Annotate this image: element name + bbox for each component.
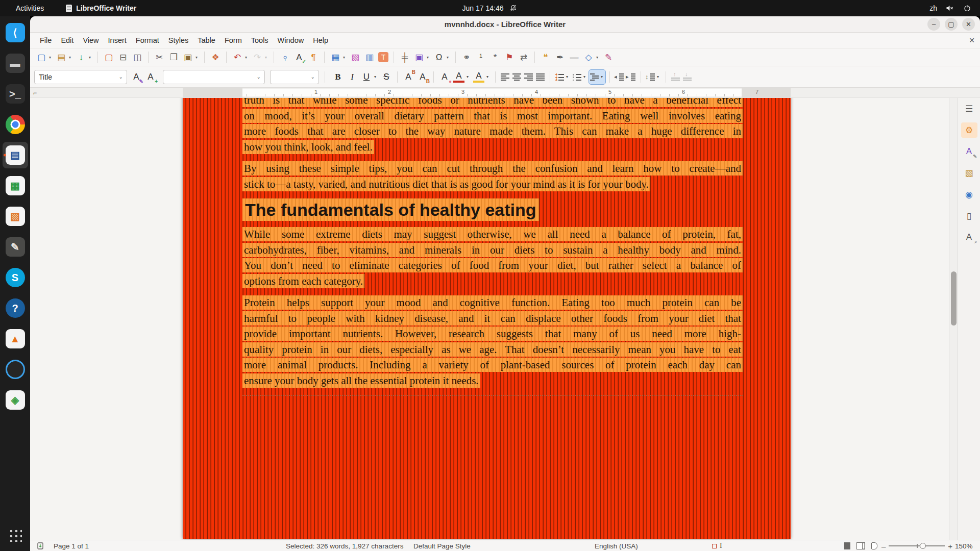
- menu-styles[interactable]: Styles: [164, 34, 193, 46]
- font-size-combo[interactable]: ⌄: [270, 70, 319, 84]
- insert-hyperlink-button[interactable]: ⚭: [460, 50, 473, 64]
- page-style[interactable]: Default Page Style: [413, 540, 471, 551]
- menu-form[interactable]: Form: [220, 34, 247, 46]
- find-replace-button[interactable]: ⌕: [278, 50, 291, 64]
- selected-text[interactable]: quality protein in our diets, especially…: [242, 342, 743, 357]
- insert-table-dropdown[interactable]: ▾: [341, 55, 347, 60]
- line-spacing-button[interactable]: ▾: [645, 70, 662, 84]
- align-right-button[interactable]: [523, 70, 534, 84]
- zoom-level[interactable]: 150%: [955, 540, 973, 551]
- dock-item-vscode[interactable]: ⟨: [3, 19, 28, 46]
- paste-button[interactable]: ▣▾: [181, 50, 200, 64]
- selected-text[interactable]: truth is that while some specific foods …: [242, 98, 743, 107]
- chevron-down-icon[interactable]: ⌄: [307, 74, 318, 80]
- selected-text[interactable]: options from each category.: [242, 274, 364, 288]
- book-view-button[interactable]: [871, 542, 877, 549]
- font-color-button[interactable]: A▾: [452, 70, 471, 84]
- redo-dropdown[interactable]: ▾: [263, 55, 268, 60]
- selected-text[interactable]: By using these simple tips, you can cut …: [242, 161, 743, 176]
- selected-text[interactable]: carbohydrates, fiber, vitamins, and mine…: [242, 243, 743, 257]
- close-button[interactable]: ✕: [962, 18, 975, 31]
- insert-horizontal-line-button[interactable]: —: [568, 50, 581, 64]
- dock-item-help[interactable]: ?: [3, 295, 28, 321]
- menu-view[interactable]: View: [78, 34, 103, 46]
- show-applications-button[interactable]: [4, 523, 27, 546]
- line-spacing-dropdown[interactable]: ▾: [655, 74, 660, 79]
- save-button[interactable]: ↓▾: [75, 50, 93, 64]
- zoom-slider-knob[interactable]: [920, 543, 926, 549]
- ordered-list-button[interactable]: ▾: [572, 70, 588, 84]
- sidebar-settings-button[interactable]: ☰: [961, 101, 977, 116]
- selected-text[interactable]: more foods that are closer to the way na…: [242, 124, 743, 138]
- menu-file[interactable]: File: [35, 34, 56, 46]
- insert-bookmark-button[interactable]: ⚑: [503, 50, 516, 64]
- gallery-deck-button[interactable]: ▧: [961, 165, 977, 181]
- export-pdf-button[interactable]: ▢: [102, 50, 115, 64]
- dock-item-skype[interactable]: S: [3, 264, 28, 291]
- insert-endnote-button[interactable]: *: [488, 50, 502, 64]
- basic-shapes-dropdown[interactable]: ▾: [595, 55, 600, 60]
- text-language[interactable]: English (USA): [595, 540, 638, 551]
- formatting-marks-button[interactable]: ¶: [307, 50, 320, 64]
- increase-indent-button[interactable]: [626, 70, 636, 84]
- focused-app-menu[interactable]: LibreOffice Writer: [66, 4, 136, 12]
- dock-item-app-ring[interactable]: [3, 356, 28, 383]
- align-center-button[interactable]: [511, 70, 522, 84]
- single-page-view-button[interactable]: [844, 542, 850, 549]
- update-style-button[interactable]: A✎: [130, 70, 143, 84]
- selected-text[interactable]: more animal products. Including a variet…: [242, 358, 743, 372]
- undo-dropdown[interactable]: ▾: [243, 55, 249, 60]
- selected-text[interactable]: how you think, look, and feel.: [242, 140, 374, 154]
- open-file-button[interactable]: ▤▾: [55, 50, 74, 64]
- zoom-in-button[interactable]: +: [948, 542, 952, 550]
- menu-tools[interactable]: Tools: [247, 34, 273, 46]
- paste-dropdown[interactable]: ▾: [194, 55, 199, 60]
- menu-window[interactable]: Window: [273, 34, 309, 46]
- clone-formatting-button[interactable]: ❖: [209, 50, 222, 64]
- ruler-right-margin[interactable]: [742, 88, 791, 97]
- unordered-list-button[interactable]: ▾: [554, 70, 571, 84]
- draw-functions-button[interactable]: ✎: [602, 50, 615, 64]
- document-page[interactable]: truth is that while some specific foods …: [183, 98, 791, 539]
- insert-comment-button[interactable]: ❝: [539, 50, 552, 64]
- selected-text[interactable]: While some extreme diets may suggest oth…: [242, 227, 743, 241]
- open-file-dropdown[interactable]: ▾: [67, 55, 72, 60]
- styles-deck-button[interactable]: A✎: [961, 144, 977, 159]
- dock-item-libreoffice-writer[interactable]: ▤: [3, 142, 28, 168]
- scrollbar-thumb[interactable]: [951, 271, 957, 325]
- properties-deck-button[interactable]: ⚙: [961, 122, 977, 138]
- insert-field-dropdown[interactable]: ▾: [425, 55, 430, 60]
- paragraph-style-combo[interactable]: Title ⌄: [34, 70, 127, 84]
- zoom-out-button[interactable]: –: [881, 542, 886, 550]
- insert-footnote-button[interactable]: ¹: [474, 50, 487, 64]
- copy-button[interactable]: ❐: [167, 50, 180, 64]
- bold-button[interactable]: B: [331, 70, 345, 84]
- undo-button[interactable]: ↶▾: [231, 50, 250, 64]
- tab-stop-selector[interactable]: ⌐: [33, 89, 37, 96]
- insert-special-character-dropdown[interactable]: ▾: [445, 55, 450, 60]
- insert-special-character-button[interactable]: Ω▾: [432, 50, 451, 64]
- highlight-color-button[interactable]: A▾: [472, 70, 491, 84]
- selected-text[interactable]: on mood, it’s your overall dietary patte…: [242, 109, 743, 123]
- selected-text[interactable]: harmful to people with kidney disease, a…: [242, 311, 743, 325]
- insert-cross-reference-button[interactable]: ⇄: [517, 50, 530, 64]
- navigator-deck-button[interactable]: ◉: [961, 187, 977, 202]
- italic-button[interactable]: I: [346, 70, 359, 84]
- dock-item-chrome[interactable]: [3, 111, 28, 138]
- print-button[interactable]: ⊟: [116, 50, 130, 64]
- insert-text-box-button[interactable]: T: [377, 50, 389, 64]
- new-document-dropdown[interactable]: ▾: [47, 55, 53, 60]
- activities-button[interactable]: Activities: [11, 2, 48, 14]
- dock-item-libreoffice-impress[interactable]: ▧: [3, 203, 28, 230]
- menu-help[interactable]: Help: [308, 34, 333, 46]
- track-changes-button[interactable]: ✒: [553, 50, 567, 64]
- print-preview-button[interactable]: ◫: [131, 50, 144, 64]
- menu-table[interactable]: Table: [193, 34, 220, 46]
- minimize-button[interactable]: –: [927, 18, 940, 31]
- spelling-button[interactable]: A✓: [292, 50, 306, 64]
- dock-item-vlc[interactable]: ▲: [3, 325, 28, 352]
- underline-button[interactable]: U▾: [360, 70, 379, 84]
- zoom-slider[interactable]: – +: [881, 540, 952, 551]
- menu-edit[interactable]: Edit: [56, 34, 78, 46]
- selected-text[interactable]: You don’t need to eliminate categories o…: [242, 258, 743, 272]
